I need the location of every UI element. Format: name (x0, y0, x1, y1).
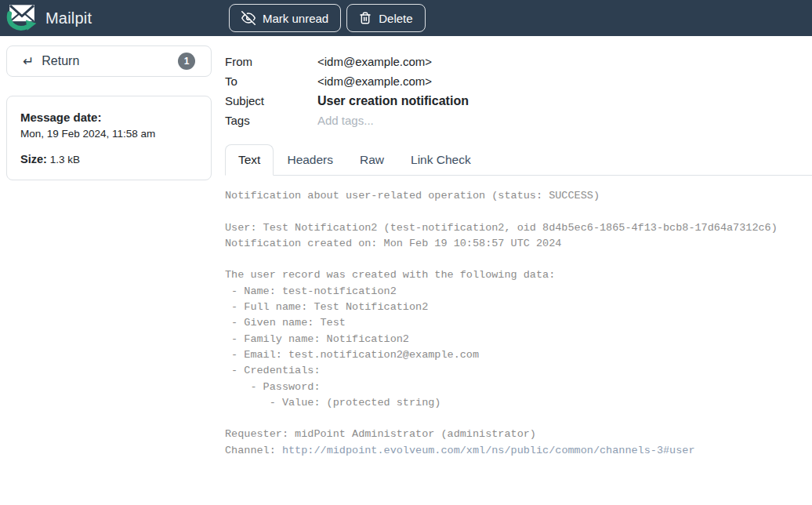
message-date-label: Message date: (20, 111, 198, 124)
size-value: 1.3 kB (50, 154, 80, 165)
mailpit-logo-icon (6, 3, 38, 33)
message-view: From <idm@example.com> To <idm@example.c… (218, 36, 812, 459)
mark-unread-button[interactable]: Mark unread (229, 4, 341, 32)
tags-input[interactable] (317, 111, 812, 130)
unread-count-badge: 1 (178, 53, 195, 70)
return-label: Return (42, 54, 178, 68)
email-body-channel-link[interactable]: http://midpoint.evolveum.com/xml/ns/publ… (282, 445, 695, 456)
tags-label: Tags (225, 111, 317, 130)
return-button[interactable]: ↵ Return 1 (6, 45, 212, 77)
subject-label: Subject (225, 91, 317, 111)
tab-headers[interactable]: Headers (274, 144, 346, 176)
to-label: To (225, 71, 317, 91)
tab-link-check[interactable]: Link Check (397, 144, 484, 176)
return-arrow-icon: ↵ (23, 53, 34, 70)
tags-field-wrap (317, 111, 812, 130)
eye-slash-icon (241, 11, 256, 25)
from-label: From (225, 52, 317, 71)
tab-raw[interactable]: Raw (346, 144, 397, 176)
page-layout: ↵ Return 1 Message date: Mon, 19 Feb 202… (0, 36, 812, 459)
email-body-plain: Notification about user-related operatio… (225, 190, 778, 456)
app-title: Mailpit (45, 9, 92, 27)
message-info-card: Message date: Mon, 19 Feb 2024, 11:58 am… (6, 96, 212, 180)
brand: Mailpit (6, 3, 229, 33)
view-tabs: Text Headers Raw Link Check (225, 144, 812, 176)
from-value: <idm@example.com> (317, 52, 812, 71)
subject-value: User creation notification (317, 91, 812, 111)
delete-button[interactable]: Delete (346, 4, 425, 32)
email-body-text: Notification about user-related operatio… (225, 188, 812, 459)
message-size-row: Size:1.3 kB (20, 153, 198, 165)
message-meta: From <idm@example.com> To <idm@example.c… (225, 52, 812, 130)
message-date-value: Mon, 19 Feb 2024, 11:58 am (20, 128, 198, 140)
delete-label: Delete (379, 12, 412, 25)
tab-text[interactable]: Text (225, 144, 274, 176)
sidebar: ↵ Return 1 Message date: Mon, 19 Feb 202… (6, 45, 212, 180)
navbar-actions: Mark unread Delete (229, 4, 426, 32)
mark-unread-label: Mark unread (263, 12, 328, 25)
size-label: Size: (20, 153, 47, 165)
trash-icon (359, 12, 372, 24)
top-navbar: Mailpit Mark unread (0, 0, 812, 36)
to-value: <idm@example.com> (317, 71, 812, 91)
